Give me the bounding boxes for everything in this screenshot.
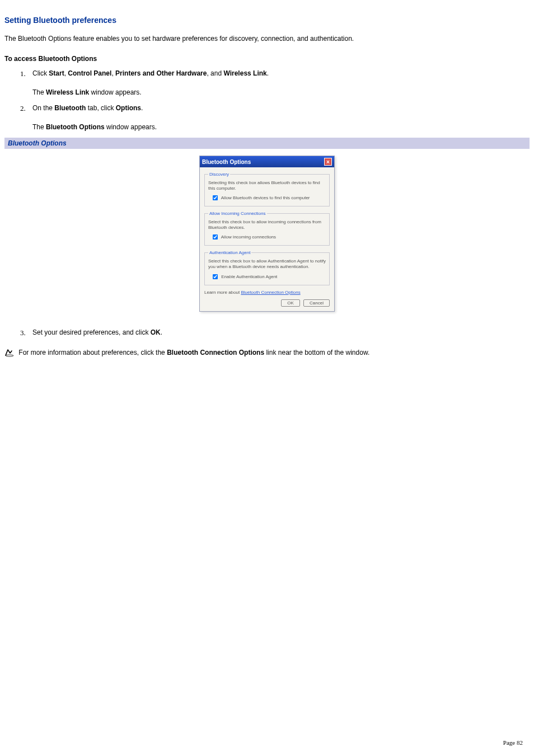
step-2: 2. On the Bluetooth tab, click Options. … [20,103,530,132]
group-desc: Selecting this check box allows Bluetoot… [208,180,326,191]
learn-more-link[interactable]: Bluetooth Connection Options [241,290,300,295]
note-paragraph: For more information about preferences, … [4,348,530,358]
figure-container: Bluetooth Options × Discovery Selecting … [4,149,530,322]
bold: OK [151,328,161,336]
group-desc: Select this check box to allow incoming … [208,219,326,230]
text: . [267,69,269,77]
figure-caption: Bluetooth Options [4,138,530,149]
bold: Start [49,69,64,77]
text: The [32,88,46,96]
section-subheading: To access Bluetooth Options [4,55,530,63]
text: . [161,328,162,336]
bluetooth-options-dialog: Bluetooth Options × Discovery Selecting … [199,156,335,312]
text: window appears. [89,88,141,96]
auth-group: Authentication Agent Select this check b… [204,250,330,285]
dialog-title: Bluetooth Options [202,159,251,165]
text: The [32,123,46,131]
label-text: Allow incoming connections [221,234,276,240]
group-legend: Authentication Agent [208,250,251,255]
group-legend: Discovery [208,172,230,177]
text: window appears. [105,123,157,131]
text: , and [207,69,223,77]
text: Set your desired preferences, and click [32,328,151,336]
text: tab, click [86,104,115,112]
label-text: Allow Bluetooth devices to find this com… [221,195,310,200]
bold: Options [116,104,141,112]
label-text: Enable Authentication Agent [221,274,277,279]
auth-checkbox-label[interactable]: Enable Authentication Agent [212,273,326,280]
text: For more information about preferences, … [17,349,167,356]
auth-checkbox[interactable] [213,274,218,279]
incoming-checkbox[interactable] [213,234,218,240]
incoming-group: Allow Incoming Connections Select this c… [204,211,330,246]
steps-list-continued: 3. Set your desired preferences, and cli… [20,327,530,337]
ok-button[interactable]: OK [281,299,300,307]
bold: Wireless Link [46,88,89,96]
text: . [141,104,143,112]
step-3: 3. Set your desired preferences, and cli… [20,327,530,337]
intro-text: The Bluetooth Options feature enables yo… [4,34,530,44]
bold: Control Panel [68,69,111,77]
dialog-button-row: OK Cancel [204,298,330,308]
learn-more-line: Learn more about Bluetooth Connection Op… [204,290,330,298]
dialog-body: Discovery Selecting this check box allow… [200,167,334,311]
step-follow: The Wireless Link window appears. [32,87,530,97]
group-desc: Select this check box to allow Authentic… [208,259,326,269]
incoming-checkbox-label[interactable]: Allow incoming connections [212,233,326,241]
page-number: Page 82 [503,739,523,746]
step-number: 3. [20,327,26,339]
bold: Bluetooth Connection Options [167,349,264,356]
close-icon[interactable]: × [324,158,332,166]
bold: Wireless Link [223,69,266,77]
bold: Bluetooth Options [46,123,105,131]
steps-list: 1. Click Start, Control Panel, Printers … [20,68,530,132]
note-icon [4,348,15,357]
dialog-titlebar: Bluetooth Options × [200,156,334,167]
discovery-checkbox[interactable] [213,195,218,200]
bold: Bluetooth [54,104,86,112]
group-legend: Allow Incoming Connections [208,211,267,216]
step-follow: The Bluetooth Options window appears. [32,122,530,132]
step-1: 1. Click Start, Control Panel, Printers … [20,68,530,97]
text: Click [32,69,49,77]
text: On the [32,104,54,112]
svg-point-0 [6,355,13,356]
page-title: Setting Bluetooth preferences [4,16,530,25]
bold: Printers and Other Hardware [115,69,207,77]
text: link near the bottom of the window. [264,349,369,356]
step-number: 1. [20,68,26,79]
cancel-button[interactable]: Cancel [303,299,330,307]
discovery-checkbox-label[interactable]: Allow Bluetooth devices to find this com… [212,194,326,201]
text: Learn more about [204,290,241,295]
step-number: 2. [20,103,26,114]
discovery-group: Discovery Selecting this check box allow… [204,172,330,206]
